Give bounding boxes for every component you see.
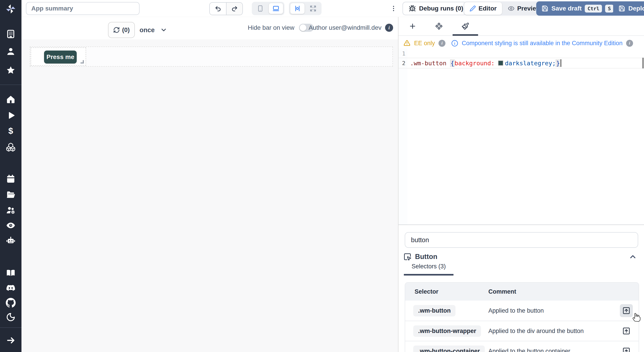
toggle-knob <box>300 24 306 31</box>
save-draft-label: Save draft <box>552 5 582 12</box>
right-panel: EE only i Component styling is still ava… <box>398 17 644 352</box>
sidebar: $ <box>0 0 22 352</box>
selectors-tab[interactable]: Selectors (3) <box>404 263 454 276</box>
tab-components[interactable] <box>426 17 452 35</box>
collapse-sidebar-arrow-icon[interactable] <box>6 336 16 345</box>
author-info-icon[interactable]: i <box>385 24 393 32</box>
square-arrow-up-icon <box>622 347 630 352</box>
discord-icon[interactable] <box>6 283 16 293</box>
resources-boxes-icon[interactable] <box>6 142 16 152</box>
comment-column-header: Comment <box>488 288 639 295</box>
square-arrow-up-icon <box>622 327 630 335</box>
selectors-table: Selector Comment .wm-button Applied to t… <box>405 282 639 352</box>
docs-book-icon[interactable] <box>6 268 16 278</box>
info-circle-icon <box>451 40 458 47</box>
workspace-building-icon[interactable] <box>6 29 16 39</box>
line-number: 2 <box>398 60 410 66</box>
editor-gutter <box>398 48 408 224</box>
sidebar-divider <box>0 328 22 328</box>
line-number: 1 <box>398 50 410 57</box>
ai-robot-icon[interactable] <box>6 236 16 246</box>
ee-message-info-icon[interactable]: i <box>626 40 633 47</box>
ee-message: Component styling is still available in … <box>462 40 622 47</box>
selector-chip: .wm-button-wrapper <box>413 326 481 337</box>
folders-icon[interactable] <box>6 190 16 200</box>
ee-only-label: EE only <box>414 40 435 47</box>
editor-mode-label: Editor <box>478 5 497 12</box>
undo-redo-group <box>209 2 243 15</box>
press-me-button[interactable]: Press me <box>44 50 77 64</box>
sidebar-divider <box>0 84 22 85</box>
fullscreen-button[interactable] <box>306 3 320 14</box>
ee-info-icon[interactable]: i <box>438 40 446 47</box>
paintbrush-icon <box>462 22 469 30</box>
favorites-star-icon[interactable] <box>6 65 16 75</box>
insert-selector-button[interactable] <box>620 344 633 352</box>
editor-mode-button[interactable]: Editor <box>464 2 502 15</box>
groups-users-gear-icon[interactable] <box>6 205 16 215</box>
theme-moon-icon[interactable] <box>6 312 16 322</box>
tab-insert-component[interactable] <box>399 17 426 35</box>
table-header-row: Selector Comment <box>405 283 639 300</box>
button-component-cell[interactable]: Press me <box>31 48 86 66</box>
table-row: .wm-button Applied to the button <box>405 300 639 321</box>
undo-button[interactable] <box>210 3 226 15</box>
home-icon[interactable] <box>6 94 16 104</box>
insert-selector-button[interactable] <box>620 304 633 317</box>
layout-toggle-group <box>289 2 322 15</box>
audit-eye-icon[interactable] <box>6 220 16 230</box>
tab-styling[interactable] <box>452 17 478 35</box>
component-search-input[interactable] <box>405 232 638 248</box>
windmill-logo-icon[interactable] <box>5 3 16 15</box>
redo-button[interactable] <box>226 3 242 15</box>
panel-resize-divider[interactable] <box>398 224 644 225</box>
collapse-section-button[interactable] <box>628 252 638 262</box>
debug-runs-label: Debug runs (0) <box>419 5 463 12</box>
color-swatch[interactable] <box>498 60 503 66</box>
undo-icon <box>215 5 222 12</box>
author-info: Author user@windmill.dev i <box>308 24 393 32</box>
insert-selector-button[interactable] <box>620 324 633 338</box>
top-bar: Debug runs (0) Editor Preview Save draft <box>22 0 644 17</box>
css-property-token: background: <box>454 60 495 67</box>
more-options-button[interactable] <box>388 3 399 14</box>
app-summary-input[interactable] <box>26 2 140 15</box>
deploy-label: Deploy <box>628 5 644 12</box>
open-brace-token: { <box>450 60 454 67</box>
component-section-header[interactable]: Button <box>404 250 638 264</box>
close-brace-token: } <box>556 60 560 67</box>
svg-text:$: $ <box>8 126 13 136</box>
ee-banner: EE only i Component styling is still ava… <box>404 38 633 48</box>
smartphone-icon <box>257 5 264 12</box>
pencil-icon <box>470 5 476 12</box>
run-mode-dropdown[interactable]: once <box>140 22 167 38</box>
pricing-dollar-icon[interactable]: $ <box>6 126 16 136</box>
deploy-save-icon <box>618 5 625 12</box>
code-line-1: 1 <box>398 49 643 58</box>
chevron-up-icon <box>628 252 637 261</box>
schedules-calendar-icon[interactable] <box>6 174 16 184</box>
editor-scrollbar[interactable] <box>642 58 644 68</box>
save-draft-button[interactable]: Save draft Ctrl S <box>536 1 619 16</box>
run-mode-value: once <box>140 26 155 34</box>
kbd-s: S <box>605 5 613 12</box>
desktop-view-button[interactable] <box>269 3 283 14</box>
chevron-down-icon <box>160 26 167 34</box>
resize-handle-icon[interactable] <box>80 60 84 64</box>
css-value-token: darkslategrey; <box>505 60 556 67</box>
device-toggle-group <box>252 2 284 15</box>
selector-chip: .wm-button <box>413 305 456 316</box>
center-content-button[interactable] <box>290 3 304 14</box>
debug-runs-button[interactable]: Debug runs (0) <box>402 2 470 15</box>
user-icon[interactable] <box>6 46 16 56</box>
component-section-title: Button <box>415 253 438 261</box>
canvas-grid-row: Press me <box>30 46 393 67</box>
css-code-editor[interactable]: 1 2 .wm-button {background:darkslategrey… <box>398 48 644 224</box>
selector-comment: Applied to the button container <box>488 348 639 352</box>
github-icon[interactable] <box>6 298 16 308</box>
refresh-runnables-button[interactable]: (0) <box>108 22 135 38</box>
deploy-button[interactable]: Deploy <box>613 1 644 16</box>
mobile-view-button[interactable] <box>253 3 268 14</box>
css-selector-token: .wm-button <box>410 60 446 67</box>
runs-play-icon[interactable] <box>6 110 16 120</box>
